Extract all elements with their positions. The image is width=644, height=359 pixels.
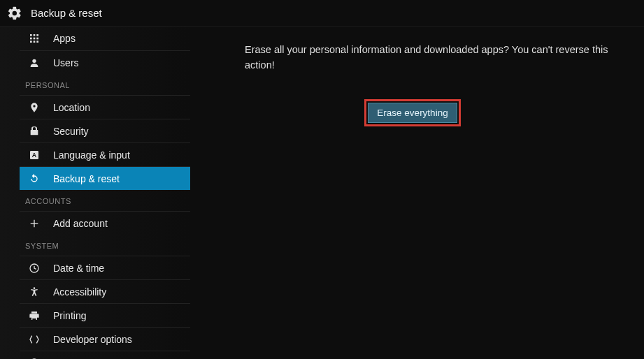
sidebar-item-label: Apps: [53, 33, 76, 44]
sidebar-item-printing[interactable]: Printing: [20, 303, 190, 327]
clock-icon: [28, 262, 41, 274]
apps-icon: [28, 32, 41, 45]
about-icon: [28, 357, 41, 360]
svg-rect-5: [36, 38, 38, 40]
sidebar-item-add-account[interactable]: Add account: [20, 211, 190, 235]
svg-rect-7: [34, 41, 36, 43]
users-icon: [28, 57, 41, 69]
svg-rect-0: [30, 34, 32, 36]
location-icon: [28, 101, 41, 114]
erase-everything-button[interactable]: Erase everything: [368, 103, 457, 123]
print-icon: [28, 309, 41, 322]
section-header-system: SYSTEM: [20, 235, 190, 256]
content: Apps Users PERSONAL Location Security A: [0, 27, 644, 359]
svg-point-9: [32, 59, 36, 62]
svg-rect-2: [36, 34, 38, 36]
sidebar-item-label: Add account: [53, 218, 108, 229]
svg-rect-6: [30, 41, 32, 43]
security-icon: [28, 125, 41, 138]
page-title: Backup & reset: [31, 7, 102, 19]
sidebar-item-users[interactable]: Users: [20, 50, 190, 74]
sidebar-item-location[interactable]: Location: [20, 95, 190, 119]
language-icon: A: [28, 149, 41, 161]
accessibility-icon: [28, 286, 41, 298]
erase-warning-text: Erase all your personal information and …: [245, 42, 616, 73]
sidebar-item-accessibility[interactable]: Accessibility: [20, 279, 190, 303]
sidebar-item-label: Language & input: [53, 149, 130, 161]
sidebar-item-backup-reset[interactable]: Backup & reset: [20, 166, 190, 190]
section-header-personal: PERSONAL: [20, 74, 190, 95]
sidebar-item-label: Location: [53, 102, 90, 113]
svg-text:A: A: [32, 152, 37, 159]
sidebar-item-label: Users: [53, 57, 79, 68]
sidebar-item-label: Backup & reset: [53, 173, 120, 184]
developer-icon: [28, 333, 41, 346]
svg-rect-4: [34, 38, 36, 40]
section-header-accounts: ACCOUNTS: [20, 190, 190, 211]
sidebar-item-label: Accessibility: [53, 286, 106, 298]
sidebar-item-label: Printing: [53, 310, 86, 321]
sidebar-item-label: Date & time: [53, 263, 104, 274]
add-icon: [28, 217, 41, 230]
app-header: Backup & reset: [0, 0, 644, 27]
gear-icon: [7, 6, 22, 21]
main-panel: Erase all your personal information and …: [190, 27, 644, 359]
sidebar-item-date-time[interactable]: Date & time: [20, 256, 190, 279]
sidebar-item-security[interactable]: Security: [20, 119, 190, 142]
svg-rect-3: [30, 38, 32, 40]
svg-rect-8: [36, 41, 38, 43]
settings-sidebar: Apps Users PERSONAL Location Security A: [0, 27, 190, 359]
backup-icon: [28, 173, 41, 185]
svg-rect-1: [34, 34, 36, 36]
sidebar-item-language[interactable]: A Language & input: [20, 142, 190, 166]
sidebar-item-label: Developer options: [53, 334, 132, 345]
sidebar-item-label: Security: [53, 126, 89, 137]
action-row: Erase everything: [245, 99, 580, 126]
highlight-box: Erase everything: [364, 99, 460, 126]
sidebar-item-apps[interactable]: Apps: [20, 27, 190, 50]
sidebar-item-about[interactable]: About device: [20, 351, 190, 359]
sidebar-item-developer[interactable]: Developer options: [20, 327, 190, 351]
